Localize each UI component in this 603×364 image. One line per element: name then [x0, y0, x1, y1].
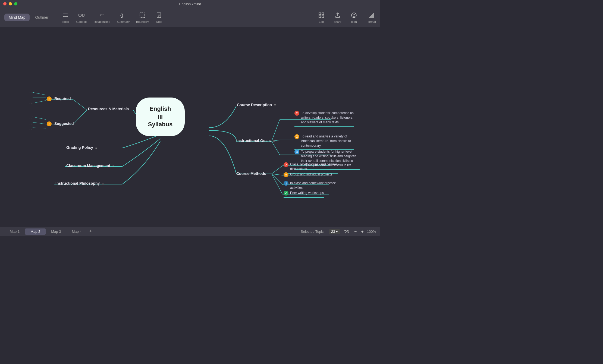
method-1-text: Class, small groups, and partner discuss…: [290, 162, 338, 171]
view-mode-toggle: Mind Map Outliner: [4, 14, 53, 21]
relationship-label: Relationship: [94, 20, 110, 23]
map-tab-4[interactable]: Map 4: [66, 228, 87, 235]
svg-line-35: [272, 174, 282, 194]
zoom-out-button[interactable]: −: [353, 229, 358, 235]
zen-tool[interactable]: Zen: [318, 11, 325, 23]
svg-rect-14: [319, 16, 321, 18]
note-label: Note: [156, 20, 162, 23]
selected-topic-label: Selected Topic:: [301, 230, 325, 234]
map-tab-2[interactable]: Map 2: [25, 228, 46, 235]
boundary-label: Boundary: [136, 20, 149, 23]
methods-node[interactable]: Course Methods: [236, 171, 266, 176]
minimize-button[interactable]: [9, 2, 12, 5]
format-label: Format: [366, 20, 376, 23]
method-1-leaf[interactable]: ✕ Class, small groups, and partner discu…: [284, 162, 338, 174]
required-node[interactable]: ! Required: [47, 96, 71, 101]
zoom-in-button[interactable]: +: [360, 229, 365, 235]
svg-rect-12: [319, 13, 321, 15]
svg-line-29: [272, 166, 282, 174]
goal-3-icon: ③: [294, 149, 299, 154]
svg-point-17: [353, 14, 354, 15]
goal-2-leaf[interactable]: ② To read and analyse a variety of Ameri…: [294, 134, 354, 150]
description-note-icon: ≡: [274, 103, 276, 107]
philosophy-note-icon: ≡: [102, 182, 104, 186]
boundary-tool[interactable]: Boundary: [136, 11, 149, 23]
svg-line-40: [73, 110, 87, 124]
icon-icon: [350, 11, 358, 19]
window-title: English.xmind: [179, 2, 201, 6]
map-icon: 🗺: [344, 229, 349, 234]
svg-text:{}: {}: [120, 13, 123, 18]
zen-label: Zen: [319, 20, 324, 23]
format-tool[interactable]: Format: [366, 11, 376, 23]
description-node[interactable]: Course Description ≡: [237, 103, 276, 107]
window-controls: [3, 2, 17, 5]
mindmap-mode-button[interactable]: Mind Map: [4, 14, 30, 21]
note-tool[interactable]: Note: [155, 11, 163, 23]
svg-line-45: [33, 117, 46, 120]
mind-map-canvas[interactable]: English III Syllabus … … … … … … ! Requi…: [0, 27, 380, 227]
svg-line-42: [33, 92, 46, 95]
center-node-line2: Syllabus: [147, 121, 174, 128]
classroom-node[interactable]: Classroom Management ≡: [66, 164, 114, 168]
topic-tool[interactable]: Topic: [62, 11, 69, 23]
grading-node[interactable]: Grading Policy ≡: [66, 145, 97, 150]
classroom-label: Classroom Management: [66, 164, 110, 168]
suggested-label: Suggested: [54, 121, 74, 126]
maximize-button[interactable]: [14, 2, 17, 5]
method-4-icon: ✓: [284, 191, 288, 196]
svg-rect-13: [322, 13, 324, 15]
zen-icon: [318, 11, 325, 19]
add-map-button[interactable]: +: [87, 228, 95, 235]
method-2-leaf[interactable]: ● Group and individual projects: [284, 172, 332, 179]
center-node[interactable]: English III Syllabus: [136, 98, 185, 136]
statusbar: Map 1 Map 2 Map 3 Map 4 + Selected Topic…: [0, 227, 380, 236]
svg-line-33: [272, 174, 282, 185]
dots-4: …: [29, 116, 32, 120]
resources-label: Resources & Materials: [88, 107, 129, 111]
svg-line-47: [33, 128, 46, 128]
goal-2-text: To read and analyse a variety of America…: [301, 134, 354, 148]
boundary-icon: [139, 11, 146, 19]
outliner-mode-button[interactable]: Outliner: [31, 14, 53, 21]
grading-note-icon: ≡: [95, 146, 97, 150]
titlebar: English.xmind: [0, 0, 380, 8]
goal-1-leaf[interactable]: ① To develop students' competence as wri…: [294, 111, 354, 127]
relationship-tool[interactable]: Relationship: [94, 11, 110, 23]
svg-rect-3: [82, 14, 84, 16]
summary-icon: {}: [119, 11, 127, 19]
zoom-controls: − + 100%: [353, 229, 376, 235]
map-tab-3[interactable]: Map 3: [46, 228, 66, 235]
summary-label: Summary: [117, 20, 130, 23]
subtopic-tool[interactable]: Subtopic: [76, 11, 87, 23]
suggested-node[interactable]: ! Suggested: [47, 121, 74, 126]
svg-line-44: [33, 101, 46, 103]
icon-tool[interactable]: Icon: [350, 11, 358, 23]
relationship-icon: [98, 11, 106, 19]
summary-tool[interactable]: {} Summary: [117, 11, 130, 23]
method-3-text: In-class and homework practice activitie…: [290, 181, 343, 190]
classroom-note-icon: ≡: [112, 164, 114, 168]
svg-rect-0: [63, 14, 68, 17]
method-4-leaf[interactable]: ✓ Peer writing workshops: [284, 191, 324, 198]
map-tab-1[interactable]: Map 1: [4, 228, 25, 235]
svg-line-31: [272, 174, 282, 175]
method-1-icon: ✕: [284, 162, 288, 167]
share-tool[interactable]: share: [334, 11, 341, 23]
goals-node[interactable]: Instructional Goals ≡: [236, 139, 275, 143]
philosophy-node[interactable]: Instructional Philosophy ≡: [55, 181, 104, 186]
selected-topic-count[interactable]: 23 ▾: [329, 229, 340, 234]
svg-line-26: [272, 141, 280, 155]
share-label: share: [334, 20, 341, 23]
format-icon: [368, 11, 375, 19]
dots-6: …: [29, 127, 32, 130]
required-label: Required: [54, 96, 71, 101]
method-2-text: Group and individual projects: [290, 172, 332, 177]
svg-line-22: [272, 120, 280, 141]
resources-node[interactable]: Resources & Materials: [88, 107, 129, 111]
svg-line-46: [33, 122, 46, 124]
svg-rect-1: [79, 14, 81, 16]
close-button[interactable]: [3, 2, 7, 5]
goal-2-icon: ②: [294, 134, 299, 139]
svg-marker-19: [369, 13, 374, 18]
